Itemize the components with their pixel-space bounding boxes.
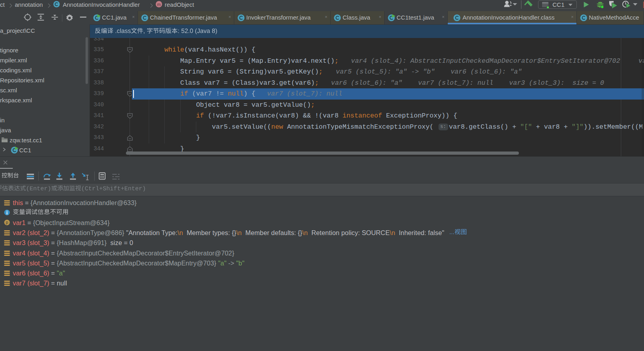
svg-text:p: p (6, 221, 8, 225)
svg-text:m: m (157, 2, 161, 7)
